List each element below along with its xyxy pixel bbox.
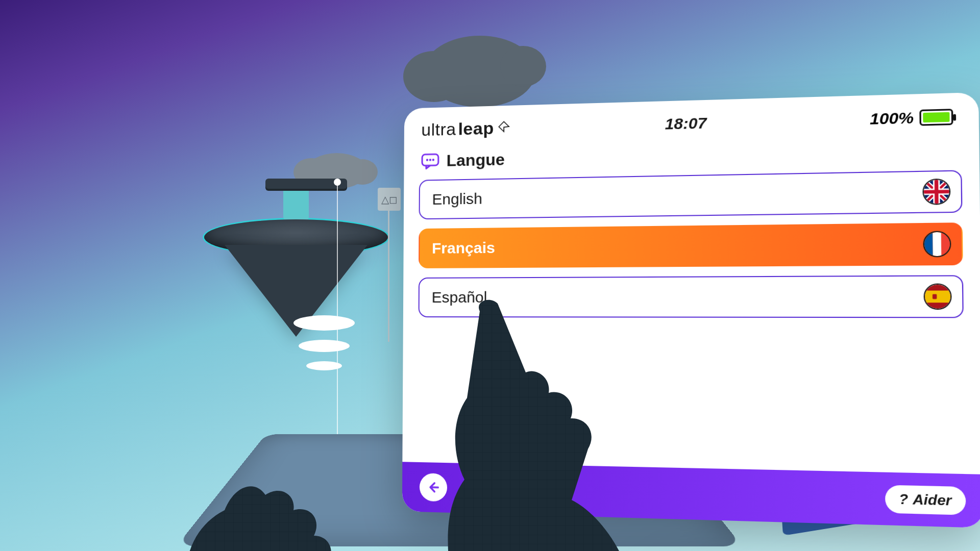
svg-rect-12 [925,290,950,303]
tether-bead [334,441,341,448]
clock-label: 18:07 [665,114,707,133]
brand-text-bold: leap [458,118,494,139]
svg-rect-13 [933,294,937,299]
tether-line [337,179,338,449]
cloud-icon [424,36,536,107]
vr-hand-left [179,449,373,551]
svg-point-2 [429,159,431,161]
help-label: Aider [913,491,952,510]
help-prefix: ? [899,491,908,508]
uk-flag-icon [922,179,950,205]
language-option-label: Español [432,289,487,306]
arrow-left-icon [426,480,440,495]
battery-icon [919,109,953,126]
svg-point-1 [426,159,428,161]
brand-glyph-icon [497,119,510,133]
language-options-list: EnglishFrançaisEspañol [403,170,980,318]
battery-status: 100% [870,108,953,128]
help-button[interactable]: ? Aider [885,485,966,515]
section-title: Langue [447,150,505,170]
es-flag-icon [923,284,951,310]
language-option-label: English [432,190,482,208]
tether-bead [334,179,341,186]
svg-point-3 [432,159,434,161]
battery-percent-label: 100% [870,109,914,128]
svg-rect-8 [933,232,941,256]
language-option-fr[interactable]: Français [419,222,963,268]
language-option-label: Français [432,239,495,257]
signpost-icon: △◻ [378,189,389,342]
brand-text-light: ultra [421,119,456,140]
panel-bottombar: ? Aider [402,462,980,528]
language-settings-panel: ultraleap 18:07 100% Langue EnglishFranç… [402,92,980,528]
svg-rect-9 [941,232,950,256]
floating-island [204,219,388,255]
fr-flag-icon [923,231,951,257]
language-option-es[interactable]: Español [419,275,964,318]
svg-rect-7 [924,232,933,256]
language-icon [421,153,439,170]
back-button[interactable] [420,473,447,502]
brand-logo: ultraleap [421,118,510,140]
cloud-icon [306,153,368,189]
floating-discs [293,315,355,370]
